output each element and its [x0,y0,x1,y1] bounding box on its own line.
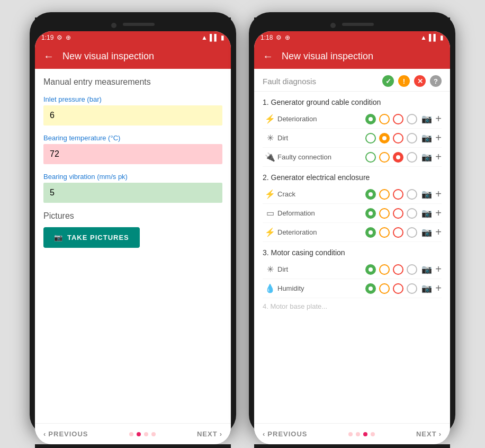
camera-btn-deterioration-2[interactable]: 📷 [421,227,432,237]
camera-btn-faulty-1[interactable]: 📷 [421,152,432,162]
radio-gray-dirt-1[interactable] [407,133,417,144]
speaker-1 [123,23,155,26]
camera-btn-dirt-3[interactable]: 📷 [421,264,432,274]
settings-icon: ⚙ [57,34,62,41]
fault-item-humidity: 💧 Humidity 📷 + [263,279,442,298]
radio-red-dirt-3[interactable] [393,264,403,275]
radio-group-deterioration-1 [365,114,417,124]
radio-red-humidity[interactable] [393,283,403,294]
radio-gray-deformation[interactable] [407,208,417,219]
deterioration-name-2: Deterioration [277,228,365,236]
radio-orange-dirt-1[interactable] [379,133,390,144]
radio-green-faulty-1[interactable] [365,152,376,163]
plus-btn-dirt-1[interactable]: + [435,132,442,144]
signal-icon: ▌▌ [210,34,219,41]
radio-group-deformation [365,208,417,219]
radio-orange-faulty-1[interactable] [379,152,390,163]
radio-orange-dirt-3[interactable] [379,264,390,275]
radio-red-crack[interactable] [393,189,403,200]
crack-name: Crack [277,190,365,198]
speaker-2 [342,23,374,26]
radio-green-deterioration-1[interactable] [365,114,376,124]
radio-green-deformation[interactable] [365,208,376,219]
deterioration-icon-2: ⚡ [263,227,277,237]
radio-orange-deformation[interactable] [379,208,390,219]
radio-red-faulty-1[interactable] [393,152,403,163]
radio-green-deterioration-2[interactable] [365,227,376,238]
dirt-icon-1: ✳ [263,133,277,143]
android-icon-2: ⊕ [285,34,290,41]
phone-2: 1:18 ⚙ ⊕ ▲ ▌▌ ▮ ← New visual inspection … [249,12,455,436]
android-icon: ⊕ [66,34,71,41]
bottom-nav-2: ‹ PREVIOUS NEXT › [254,423,450,444]
app-header-2: ← New visual inspection [254,44,450,69]
nav-dots-2 [348,432,375,436]
radio-gray-faulty-1[interactable] [407,152,417,163]
crack-icon: ⚡ [263,189,277,199]
legend-green: ✓ [382,75,394,87]
field-input-inlet[interactable] [43,105,222,126]
next-button-2[interactable]: NEXT › [416,430,442,438]
plus-btn-deterioration-1[interactable]: + [435,113,442,125]
dot-1-3 [144,432,148,436]
radio-red-dirt-1[interactable] [393,133,403,144]
field-input-vibration[interactable] [43,183,222,203]
take-pictures-button[interactable]: 📷 TAKE PICTURES [43,227,140,248]
back-button-1[interactable]: ← [43,50,54,62]
radio-gray-dirt-3[interactable] [407,264,417,275]
camera-btn-crack[interactable]: 📷 [421,189,432,199]
radio-orange-deterioration-1[interactable] [379,114,390,124]
radio-green-dirt-3[interactable] [365,264,376,275]
radio-orange-humidity[interactable] [379,283,390,294]
camera-btn-deterioration-1[interactable]: 📷 [421,114,432,124]
radio-red-deterioration-1[interactable] [393,114,403,124]
phone-bottom-2: ◁ ○ □ [254,444,450,448]
camera-btn-deformation[interactable]: 📷 [421,208,432,218]
dot-2-2 [356,432,360,436]
battery-icon: ▮ [221,34,224,41]
radio-orange-deterioration-2[interactable] [379,227,390,238]
field-input-bearing-temp[interactable] [43,144,222,164]
section-4-hint: 4. Motor base plate... [263,300,442,315]
plus-btn-dirt-3[interactable]: + [435,263,442,275]
radio-group-crack [365,189,417,200]
previous-button-2[interactable]: ‹ PREVIOUS [263,430,308,438]
plus-btn-deterioration-2[interactable]: + [435,226,442,238]
radio-gray-crack[interactable] [407,189,417,200]
bottom-nav-1: ‹ PREVIOUS NEXT › [35,423,231,444]
radio-red-deterioration-2[interactable] [393,227,403,238]
back-button-2[interactable]: ← [263,50,273,62]
radio-red-deformation[interactable] [393,208,403,219]
radio-group-dirt-1 [365,133,417,144]
plus-btn-humidity[interactable]: + [435,282,442,294]
deterioration-name-1: Deterioration [277,115,365,123]
battery-icon-2: ▮ [440,34,444,41]
radio-green-crack[interactable] [365,189,376,200]
radio-gray-deterioration-1[interactable] [407,114,417,124]
nav-dots-1 [129,432,156,436]
fault-section-title-3: 3. Motor casing condition [263,248,442,257]
dot-2-1 [348,432,353,436]
plus-btn-faulty-1[interactable]: + [435,151,442,163]
next-button-1[interactable]: NEXT › [197,430,222,438]
camera-dot-2 [330,23,336,28]
radio-green-humidity[interactable] [365,283,376,294]
radio-gray-deterioration-2[interactable] [407,227,417,238]
previous-button-1[interactable]: ‹ PREVIOUS [43,430,88,438]
plus-btn-deformation[interactable]: + [435,207,442,219]
fault-item-crack: ⚡ Crack 📷 + [263,185,442,204]
previous-label-2: PREVIOUS [267,430,307,438]
radio-orange-crack[interactable] [379,189,390,200]
radio-green-dirt-1[interactable] [365,133,376,144]
radio-group-deterioration-2 [365,227,417,238]
field-label-vibration: Bearing vibration (mm/s pk) [43,173,222,181]
camera-btn-humidity[interactable]: 📷 [421,283,432,293]
actions-crack: 📷 + [421,188,442,200]
camera-btn-dirt-1[interactable]: 📷 [421,133,432,143]
section-title-1: Manual entry measurements [43,77,222,87]
radio-gray-humidity[interactable] [407,283,417,294]
plus-btn-crack[interactable]: + [435,188,442,200]
humidity-icon: 💧 [263,283,277,293]
radio-group-dirt-3 [365,264,417,275]
header-title-2: New visual inspection [282,51,373,62]
